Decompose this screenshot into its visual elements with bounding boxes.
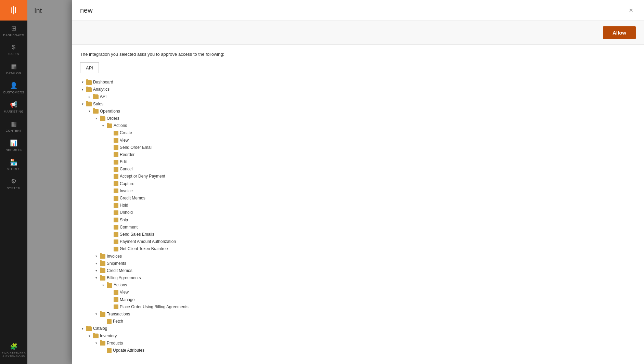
- find-icon: 🧩: [10, 343, 17, 350]
- tree-item[interactable]: ▾Sales: [80, 101, 636, 108]
- sidebar-item-system[interactable]: ⚙ SYSTEM: [0, 173, 27, 193]
- tree-toggle[interactable]: ▸: [87, 94, 92, 99]
- file-icon: [114, 160, 118, 165]
- allow-button[interactable]: Allow: [603, 26, 636, 39]
- tree-toggle[interactable]: ▾: [87, 334, 92, 338]
- modal-header: new ×: [72, 0, 644, 21]
- tree-item[interactable]: ▾Operations: [80, 108, 636, 115]
- tree-item[interactable]: ▾Dashboard: [80, 79, 636, 86]
- tree-item[interactable]: ▾Actions: [80, 282, 636, 289]
- tree-toggle[interactable]: ▾: [80, 80, 85, 85]
- tree-item[interactable]: ▾Shipments: [80, 260, 636, 267]
- modal-title: new: [80, 6, 93, 14]
- file-icon: [114, 188, 118, 193]
- permission-tree: ▾Dashboard▾Analytics▸API▾Sales▾Operation…: [80, 79, 636, 354]
- tree-item-label: Edit: [120, 159, 127, 165]
- folder-icon: [86, 87, 92, 92]
- system-icon: ⚙: [11, 178, 16, 185]
- tree-item: Invoice: [80, 187, 636, 195]
- tree-item: Fetch: [80, 318, 636, 325]
- sidebar-item-find[interactable]: 🧩 FIND PARTNERS & EXTENSIONS: [0, 340, 27, 361]
- sidebar-item-stores[interactable]: 🏪 STORES: [0, 154, 27, 173]
- sidebar-label-content: CONTENT: [6, 129, 22, 132]
- tree-item-label: Analytics: [93, 86, 110, 93]
- tree-toggle[interactable]: ▾: [94, 261, 99, 266]
- magento-logo-icon: [8, 4, 20, 16]
- file-icon: [114, 138, 118, 143]
- tree-item[interactable]: ▾Analytics: [80, 86, 636, 93]
- marketing-icon: 📢: [10, 101, 17, 108]
- tree-item[interactable]: ▾Products: [80, 340, 636, 347]
- tree-item[interactable]: ▾Actions: [80, 122, 636, 129]
- tree-item-label: Sales: [93, 101, 103, 107]
- content-icon: ▦: [11, 120, 17, 128]
- sidebar-item-sales[interactable]: $ SALES: [0, 40, 27, 58]
- tree-item-label: Capture: [120, 181, 134, 187]
- reports-icon: 📊: [10, 139, 17, 147]
- sidebar: ⊞ DASHBOARD $ SALES ▦ CATALOG 👤 CUSTOMER…: [0, 0, 27, 364]
- tree-item-label: Invoices: [107, 253, 122, 260]
- customers-icon: 👤: [10, 82, 17, 89]
- file-icon: [114, 203, 118, 208]
- tree-item-label: Cancel: [120, 166, 132, 172]
- tree-item: Capture: [80, 180, 636, 187]
- tree-item: Comment: [80, 224, 636, 231]
- tree-toggle[interactable]: ▾: [101, 124, 105, 128]
- sidebar-item-catalog[interactable]: ▦ CATALOG: [0, 58, 27, 78]
- tree-item: Unhold: [80, 209, 636, 216]
- file-icon: [114, 232, 118, 237]
- sidebar-label-stores: STORES: [7, 167, 21, 171]
- tree-toggle[interactable]: ▾: [101, 283, 105, 288]
- tree-item: Manage: [80, 296, 636, 303]
- tree-item-label: Operations: [100, 108, 120, 115]
- tree-toggle[interactable]: ▾: [94, 116, 99, 121]
- tree-item[interactable]: ▾Catalog: [80, 325, 636, 332]
- tree-toggle[interactable]: ▾: [87, 109, 92, 114]
- tree-item-label: Transactions: [107, 311, 130, 317]
- tree-item-label: Create: [120, 130, 132, 136]
- tree-toggle[interactable]: ▾: [80, 102, 85, 106]
- tree-item-label: Invoice: [120, 188, 133, 194]
- file-icon: [114, 145, 118, 150]
- tree-item: Ship: [80, 217, 636, 224]
- tree-toggle[interactable]: ▾: [94, 276, 99, 281]
- tree-item: Credit Memos: [80, 195, 636, 202]
- tree-toggle[interactable]: ▾: [94, 312, 99, 317]
- sidebar-item-reports[interactable]: 📊 REPORTS: [0, 135, 27, 154]
- tree-item: Reorder: [80, 151, 636, 158]
- tab-api[interactable]: API: [80, 62, 99, 73]
- modal-close-button[interactable]: ×: [626, 5, 636, 15]
- tree-item[interactable]: ▾Invoices: [80, 253, 636, 260]
- tree-item[interactable]: ▾Inventory: [80, 333, 636, 340]
- access-description: The integration you selected asks you to…: [80, 52, 636, 57]
- file-icon: [114, 181, 118, 186]
- folder-icon: [100, 276, 105, 281]
- sidebar-item-dashboard[interactable]: ⊞ DASHBOARD: [0, 21, 27, 40]
- tree-item-label: Products: [107, 340, 123, 347]
- tree-item: Accept or Deny Payment: [80, 173, 636, 180]
- tree-item-label: Dashboard: [93, 79, 113, 86]
- sidebar-item-content[interactable]: ▦ CONTENT: [0, 116, 27, 135]
- file-icon: [114, 225, 118, 230]
- tree-toggle[interactable]: ▾: [94, 268, 99, 273]
- tree-toggle[interactable]: ▾: [94, 341, 99, 346]
- tree-item[interactable]: ▾Credit Memos: [80, 267, 636, 274]
- folder-icon: [86, 80, 92, 85]
- tree-item-label: Catalog: [93, 325, 107, 332]
- tree-item[interactable]: ▾Billing Agreements: [80, 274, 636, 282]
- tree-toggle[interactable]: ▾: [80, 326, 85, 331]
- tree-item[interactable]: ▸API: [80, 93, 636, 100]
- tree-item: Payment Amount Authorization: [80, 238, 636, 245]
- tree-item[interactable]: ▾Transactions: [80, 311, 636, 318]
- tree-item-label: Send Sales Emails: [120, 231, 154, 238]
- tree-toggle[interactable]: ▾: [80, 87, 85, 92]
- sidebar-item-customers[interactable]: 👤 CUSTOMERS: [0, 78, 27, 97]
- tree-item-label: Inventory: [100, 333, 117, 339]
- file-icon: [114, 218, 118, 222]
- file-icon: [114, 152, 118, 157]
- tree-toggle[interactable]: ▾: [94, 254, 99, 259]
- modal-body[interactable]: The integration you selected asks you to…: [72, 45, 644, 364]
- tree-item-label: Payment Amount Authorization: [120, 238, 176, 245]
- tree-item[interactable]: ▾Orders: [80, 115, 636, 122]
- sidebar-item-marketing[interactable]: 📢 MARKETING: [0, 97, 27, 116]
